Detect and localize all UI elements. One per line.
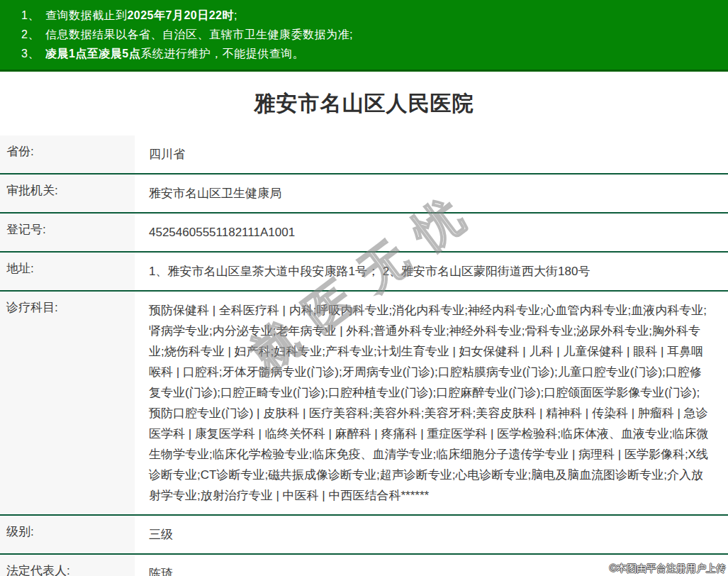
notice-number: 2、 (21, 28, 40, 40)
hospital-info-table: 省份: 四川省 审批机关: 雅安市名山区卫生健康局 登记号: 452546055… (0, 135, 728, 576)
row-label: 登记号: (0, 214, 135, 251)
row-value: 45254605551182111A1001 (135, 214, 728, 251)
table-row-medical-subjects: 诊疗科目: 预防保健科 | 全科医疗科 | 内科;呼吸内科专业;消化内科专业;神… (0, 290, 728, 514)
row-label: 级别: (0, 516, 135, 553)
notice-text: 查询数据截止到 (45, 9, 128, 21)
notice-number: 1、 (21, 9, 40, 21)
row-value: 三级 (135, 516, 728, 553)
notice-text: 系统进行维护，不能提供查询。 (140, 48, 304, 60)
table-row-province: 省份: 四川省 (0, 135, 728, 173)
notice-text-bold: 2025年7月20日22时 (127, 9, 234, 21)
row-value: 预防保健科 | 全科医疗科 | 内科;呼吸内科专业;消化内科专业;神经内科专业;… (135, 292, 728, 514)
notice-text: ; (234, 9, 237, 21)
table-row-level: 级别: 三级 (0, 514, 728, 553)
page-title: 雅安市名山区人民医院 (0, 72, 728, 135)
notice-text-bold: 凌晨1点至凌晨5点 (45, 48, 140, 60)
row-label: 省份: (0, 135, 135, 173)
row-value: 1、雅安市名山区皇茶大道中段安康路1号； 2、雅安市名山区蒙阳街道西大街180号 (135, 253, 728, 290)
table-row-registration-number: 登记号: 45254605551182111A1001 (0, 212, 728, 251)
notice-line-1: 1、查询数据截止到2025年7月20日22时; (0, 6, 728, 25)
row-label: 审批机关: (0, 175, 135, 212)
notice-number: 3、 (21, 48, 40, 60)
notice-line-2: 2、信息数据结果以各省、自治区、直辖市卫生健康委数据为准; (0, 25, 728, 44)
row-value: 陈琦 (135, 555, 728, 576)
notice-line-3: 3、凌晨1点至凌晨5点系统进行维护，不能提供查询。 (0, 44, 728, 63)
row-label: 地址: (0, 253, 135, 290)
table-row-legal-representative: 法定代表人: 陈琦 (0, 553, 728, 576)
notice-text: 信息数据结果以各省、自治区、直辖市卫生健康委数据为准; (45, 28, 353, 40)
row-label: 诊疗科目: (0, 292, 135, 514)
table-row-address: 地址: 1、雅安市名山区皇茶大道中段安康路1号； 2、雅安市名山区蒙阳街道西大街… (0, 251, 728, 290)
row-value: 雅安市名山区卫生健康局 (135, 175, 728, 212)
row-value: 四川省 (135, 135, 728, 173)
table-row-approval-authority: 审批机关: 雅安市名山区卫生健康局 (0, 173, 728, 212)
notice-banner: 1、查询数据截止到2025年7月20日22时; 2、信息数据结果以各省、自治区、… (0, 0, 728, 72)
row-label: 法定代表人: (0, 555, 135, 576)
